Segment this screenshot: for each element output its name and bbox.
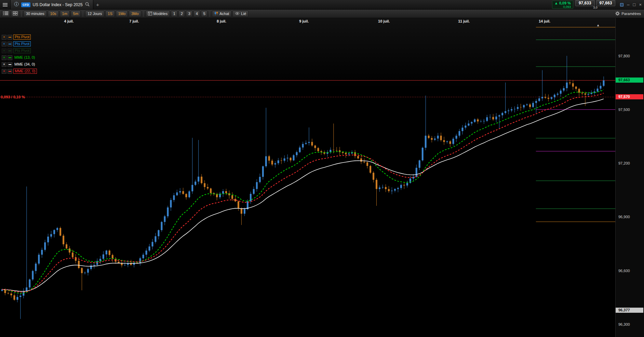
change-line-label: 0,093 / 0,10 % [1, 95, 25, 99]
remove-indicator-icon[interactable]: × [2, 48, 6, 53]
price-axis-label: 97,200 [616, 161, 644, 165]
legend-row-mme34: × MME (34, 0) [2, 62, 37, 67]
list-icon [3, 11, 8, 16]
chart-toolbar: 30 minutes 10s 1m 5m 12 Jours 1S 1Mo 3Mo… [0, 10, 644, 18]
main-menu-button[interactable] [0, 0, 10, 9]
date-axis-label: 11 juil. [458, 19, 470, 23]
linked-button[interactable]: Lié [232, 11, 249, 17]
price-badge: 97,570 [616, 94, 643, 99]
date-axis-label: 10 juil. [378, 19, 390, 23]
price-badge: 97,663 [616, 78, 643, 83]
price-axis[interactable]: 97,80097,50097,20096,90096,60096,30097,6… [615, 18, 644, 337]
indicator-style-button[interactable] [8, 35, 12, 40]
date-axis-label: 4 juil. [64, 19, 74, 23]
price-axis-label: 96,900 [616, 215, 644, 219]
template-slot-3[interactable]: 3 [186, 11, 192, 17]
legend-row-mme13: × MME (13, 0) [2, 55, 37, 60]
indicator-style-button[interactable] [8, 42, 12, 46]
title-bar: CFD US Dollar Index - Sep 2025 + ▲ 0,09 … [0, 0, 644, 10]
remove-indicator-icon[interactable]: × [2, 55, 6, 60]
template-icon [148, 12, 152, 16]
ask-price-button[interactable]: 97,663 [596, 0, 616, 6]
date-axis-label: 14 juil. [539, 19, 550, 23]
layout-grid-button[interactable] [11, 11, 19, 17]
toolbar-separator [83, 11, 83, 17]
maximize-button[interactable]: □ [633, 2, 636, 7]
range-1s-button[interactable]: 1S [105, 11, 115, 17]
indicator-label[interactable]: MME (13, 0) [13, 55, 36, 60]
indicator-style-button[interactable] [8, 48, 12, 53]
indicator-label[interactable]: Pts Pivot [13, 41, 31, 46]
close-button[interactable]: × [639, 2, 642, 7]
remove-indicator-icon[interactable]: × [2, 69, 6, 74]
settings-button[interactable]: Paramètres [615, 11, 642, 16]
instrument-tab[interactable]: CFD US Dollar Index - Sep 2025 [10, 0, 93, 9]
legend-row-pivot-1: × Pts Pivot [2, 34, 37, 40]
buy-button[interactable]: Achat [212, 11, 231, 17]
range-1mo-button[interactable]: 1Mo [116, 11, 128, 17]
quote-panel: 97,633 97,663 3,0 [575, 0, 615, 9]
change-percent: 0,09 % [559, 1, 571, 5]
price-chart[interactable]: × Pts Pivot × Pts Pivot × Pts Pivot × [0, 18, 615, 337]
indicator-style-button[interactable] [8, 62, 12, 67]
remove-indicator-icon[interactable]: × [2, 35, 6, 40]
tf-10s-button[interactable]: 10s [48, 11, 59, 17]
remove-indicator-icon[interactable]: × [2, 42, 6, 46]
template-slot-1[interactable]: 1 [171, 11, 177, 17]
list-view-button[interactable] [2, 11, 10, 17]
cfd-badge: CFD [21, 2, 30, 7]
range-3mo-button[interactable]: 3Mo [129, 11, 141, 17]
indicator-legend: × Pts Pivot × Pts Pivot × Pts Pivot × [2, 34, 37, 74]
timeframe-dropdown[interactable]: 30 minutes [24, 11, 47, 17]
indicator-style-button[interactable] [8, 69, 12, 74]
minimize-button[interactable]: – [627, 2, 629, 7]
indicator-style-button[interactable] [8, 55, 12, 60]
toolbar-separator [210, 11, 210, 17]
scroll-marker-icon[interactable]: ▲ [596, 23, 600, 27]
spread-value: 3,0 [575, 6, 615, 9]
search-icon[interactable] [85, 2, 90, 8]
price-axis-label: 97,500 [616, 108, 644, 112]
change-box: ▲ 0,09 % 0,093 [552, 1, 573, 9]
up-arrow-icon: ▲ [554, 1, 558, 5]
price-axis-label: 96,600 [616, 269, 644, 273]
price-badge: 96,377 [616, 308, 643, 313]
bid-price-button[interactable]: 97,633 [575, 0, 595, 6]
remove-indicator-icon[interactable]: × [2, 62, 6, 67]
toolbar-separator [21, 11, 22, 17]
date-axis-label: 7 juil. [129, 19, 139, 23]
gear-icon [615, 11, 620, 16]
template-slot-4[interactable]: 4 [193, 11, 200, 17]
templates-dropdown[interactable]: Modèles [146, 11, 170, 17]
price-axis-label: 97,800 [616, 54, 644, 58]
indicator-label[interactable]: MME (22, 0) [13, 69, 37, 74]
template-slot-2[interactable]: 2 [178, 11, 185, 17]
indicator-label[interactable]: Pts Pivot [13, 34, 31, 40]
date-axis-label: 9 juil. [299, 19, 309, 23]
date-axis-label: 8 juil. [217, 19, 226, 23]
info-icon[interactable] [14, 2, 19, 8]
instrument-title: US Dollar Index - Sep 2025 [33, 2, 83, 7]
eye-icon [235, 12, 240, 16]
indicator-label[interactable]: Pts Pivot [13, 48, 31, 53]
indicator-label[interactable]: MME (34, 0) [13, 62, 36, 67]
window-controls: – □ × [620, 2, 642, 7]
tf-1m-button[interactable]: 1m [60, 11, 70, 17]
toolbar-separator [143, 11, 144, 17]
range-dropdown[interactable]: 12 Jours [85, 11, 104, 17]
legend-row-pivot-2: × Pts Pivot [2, 41, 37, 46]
trading-app-window: CFD US Dollar Index - Sep 2025 + ▲ 0,09 … [0, 0, 644, 337]
change-absolute: 0,093 [563, 5, 571, 9]
buy-icon [214, 11, 218, 16]
price-axis-label: 96,300 [616, 322, 644, 326]
legend-row-pivot-3: × Pts Pivot [2, 48, 37, 53]
template-slot-5[interactable]: 5 [201, 11, 207, 17]
new-tab-button[interactable]: + [93, 0, 102, 9]
legend-row-mme22: × MME (22, 0) [2, 69, 37, 74]
candlestick-canvas [0, 18, 615, 337]
dock-icon[interactable] [620, 3, 623, 6]
tf-5m-button[interactable]: 5m [71, 11, 81, 17]
grid-icon [13, 11, 17, 16]
chart-area: × Pts Pivot × Pts Pivot × Pts Pivot × [0, 18, 644, 337]
